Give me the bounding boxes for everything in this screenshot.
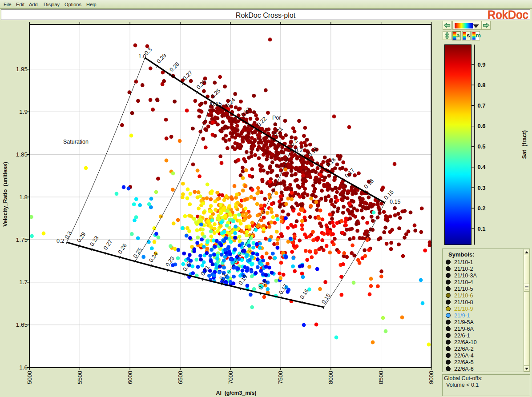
svg-text:0.9: 0.9 [478,61,486,68]
svg-text:1.0: 1.0 [138,53,146,60]
svg-text:0.5: 0.5 [478,143,486,150]
svg-text:8500: 8500 [378,371,384,384]
svg-text:6000: 6000 [127,371,133,384]
svg-text:1.95: 1.95 [16,66,28,72]
svg-text:9000: 9000 [428,371,435,384]
svg-text:1.7: 1.7 [19,279,28,285]
svg-text:Por: Por [272,115,281,121]
svg-text:7500: 7500 [277,371,284,384]
svg-text:1.8: 1.8 [19,194,28,201]
svg-text:1.75: 1.75 [16,237,28,243]
svg-text:0.4: 0.4 [478,164,486,170]
svg-text:0.2: 0.2 [295,147,302,153]
svg-text:0.2: 0.2 [478,205,486,212]
svg-text:7000: 7000 [227,371,234,384]
svg-text:0.2: 0.2 [56,238,64,244]
svg-text:5000: 5000 [26,371,33,384]
svg-text:Velocity_Ratio (unitless): Velocity_Ratio (unitless) [2,162,8,227]
svg-text:1.6: 1.6 [19,364,28,371]
svg-text:8000: 8000 [327,371,334,384]
svg-text:1.65: 1.65 [16,321,28,328]
svg-text:Sat (fract): Sat (fract) [521,130,528,159]
svg-text:Saturation: Saturation [63,139,89,145]
svg-text:0.15: 0.15 [390,199,400,205]
svg-text:AI (g/cm3_m/s): AI (g/cm3_m/s) [216,390,257,396]
svg-text:0.1: 0.1 [478,225,486,232]
svg-text:1.9: 1.9 [19,108,28,115]
svg-text:0.7: 0.7 [478,102,486,109]
svg-text:0.3: 0.3 [478,184,486,191]
svg-text:0.8: 0.8 [478,82,486,88]
svg-text:0.6: 0.6 [478,123,486,129]
svg-text:1.85: 1.85 [16,151,28,158]
svg-text:0.25: 0.25 [211,101,222,107]
svg-text:5500: 5500 [77,371,83,384]
svg-text:6500: 6500 [177,371,184,384]
